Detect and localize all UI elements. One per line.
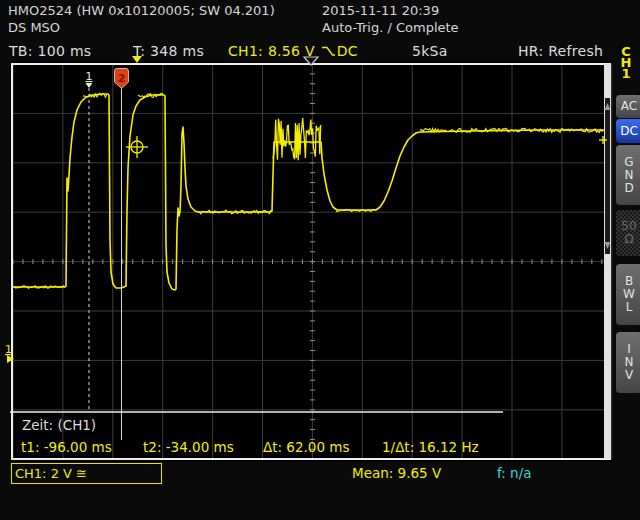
sidebar-channel-label: CH1 xyxy=(617,46,635,79)
sidebar-button-50ω: 50Ω xyxy=(616,210,640,256)
measurement-inv-dt: 1/Δt: 16.12 Hz xyxy=(382,439,479,455)
sidebar-button-gnd[interactable]: GND xyxy=(616,145,640,205)
sidebar-button-dc[interactable]: DC xyxy=(616,119,640,143)
sidebar-button-bwl[interactable]: BWL xyxy=(616,264,640,325)
channel-scale-box: CH1: 2 V ≅ xyxy=(11,463,162,484)
oscilloscope-screen: HMO2524 (HW 0x10120005; SW 04.201) 2015-… xyxy=(0,0,640,520)
sidebar-button-inv[interactable]: INV xyxy=(616,332,640,393)
frequency-readout: f: n/a xyxy=(497,465,532,481)
channel-1-position-label: 1 xyxy=(5,343,12,356)
measurement-t1: t1: -96.00 ms xyxy=(21,439,112,455)
measurement-title: Zeit: (CH1) xyxy=(22,417,96,433)
vertical-scrollbar-thumb[interactable] xyxy=(605,98,610,254)
sidebar-button-ac[interactable]: AC xyxy=(616,95,640,118)
measurement-dt: Δt: 62.00 ms xyxy=(263,439,350,455)
mean-readout: Mean: 9.65 V xyxy=(352,465,441,481)
cursor-2-label: 2 xyxy=(118,72,126,85)
measurement-t2: t2: -34.00 ms xyxy=(143,439,234,455)
cursor-1-label: 1 xyxy=(86,70,93,83)
time-reference-marker-icon[interactable] xyxy=(132,56,142,63)
